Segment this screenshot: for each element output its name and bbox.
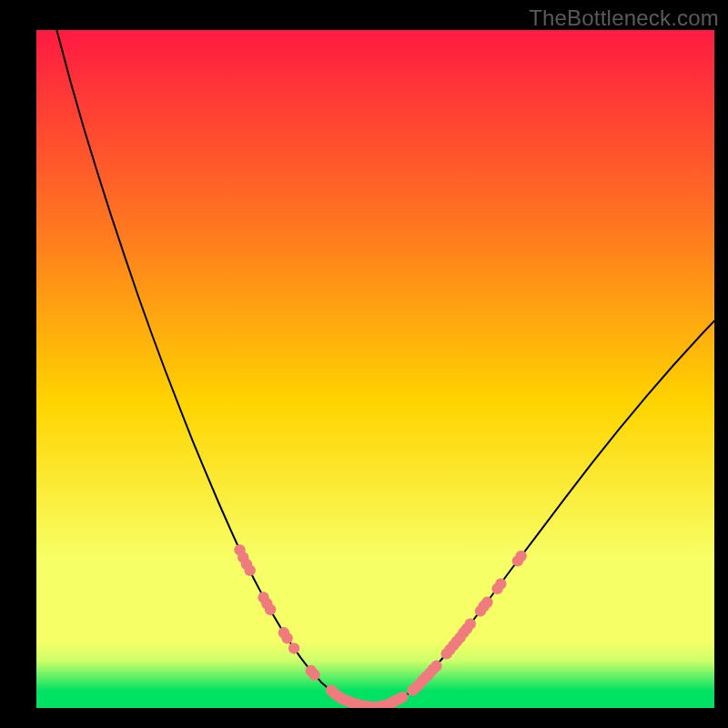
marker-dot	[288, 642, 299, 653]
marker-dot	[515, 551, 526, 561]
chart-container: TheBottleneck.com	[0, 0, 728, 728]
marker-dot	[465, 618, 476, 629]
marker-dot	[481, 597, 492, 608]
marker-dot	[244, 565, 255, 576]
svg-rect-0	[36, 30, 714, 708]
marker-dot	[308, 669, 319, 680]
marker-dot	[281, 632, 292, 643]
watermark-text: TheBottleneck.com	[529, 5, 719, 31]
marker-dot	[430, 661, 441, 672]
marker-dot	[397, 692, 408, 703]
bottleneck-plot	[36, 30, 714, 708]
chart-svg	[36, 30, 714, 708]
marker-dot	[265, 604, 276, 615]
marker-dot	[495, 578, 506, 589]
